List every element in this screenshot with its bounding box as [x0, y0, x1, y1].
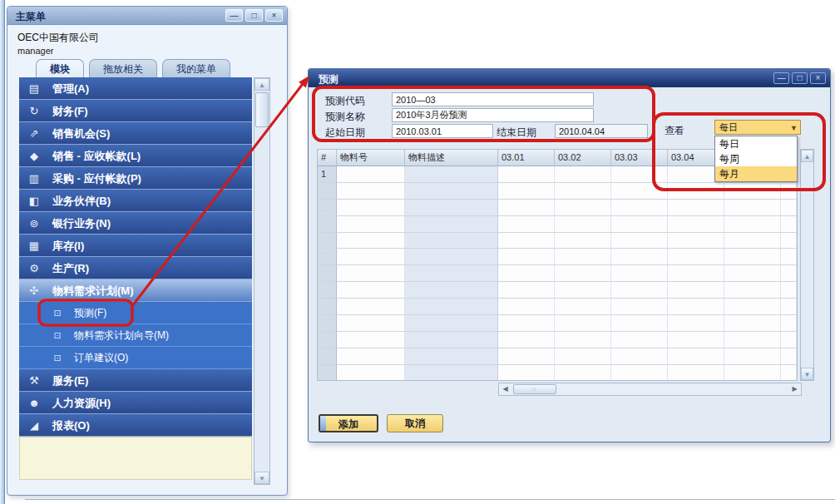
table-header-row-number[interactable]: #: [318, 150, 337, 166]
table-cell[interactable]: [498, 216, 555, 233]
table-cell[interactable]: [668, 249, 724, 265]
table-cell[interactable]: [498, 166, 555, 183]
main-menu-titlebar[interactable]: 主菜单 — □ ×: [7, 7, 287, 25]
menu-item-mrp[interactable]: ✣物料需求计划(M): [19, 279, 252, 302]
view-option-2[interactable]: 每周: [715, 151, 797, 166]
close-icon[interactable]: ×: [265, 9, 283, 22]
menu-scrollbar[interactable]: ▲ ▼: [254, 77, 270, 485]
table-cell[interactable]: [555, 348, 611, 365]
forecast-code-input[interactable]: [392, 92, 594, 106]
table-cell[interactable]: [781, 183, 797, 200]
menu-item-administration[interactable]: ▤管理(A): [19, 77, 252, 100]
table-cell[interactable]: [555, 183, 611, 200]
table-cell[interactable]: [498, 233, 555, 250]
menu-item-production[interactable]: ⚙生产(R): [19, 257, 252, 279]
menu-item-mrp-wizard[interactable]: ⊡物料需求计划向导(M): [19, 324, 252, 347]
forecast-titlebar[interactable]: 预测 — □ ×: [309, 69, 830, 87]
table-cell[interactable]: [405, 216, 498, 233]
table-cell[interactable]: [781, 282, 797, 299]
table-cell[interactable]: [724, 332, 781, 348]
table-cell[interactable]: [611, 233, 668, 250]
table-cell[interactable]: [781, 249, 797, 265]
tab-modules[interactable]: 模块: [36, 59, 84, 78]
table-cell[interactable]: [724, 348, 781, 365]
table-cell[interactable]: [724, 299, 781, 315]
table-cell[interactable]: [611, 315, 668, 332]
table-cell[interactable]: [724, 200, 781, 216]
start-date-input[interactable]: [392, 124, 493, 138]
table-horizontal-scrollbar[interactable]: ◀ ∷ ▶: [498, 383, 802, 396]
table-cell[interactable]: [337, 282, 405, 299]
table-cell[interactable]: [555, 233, 611, 250]
table-cell[interactable]: [337, 315, 405, 332]
table-cell[interactable]: [555, 200, 611, 216]
tab-my-menu[interactable]: 我的菜单: [162, 59, 230, 78]
table-cell[interactable]: [498, 332, 555, 348]
table-cell[interactable]: [337, 166, 405, 183]
table-cell[interactable]: [724, 282, 781, 299]
menu-item-sales-opportunities[interactable]: ⇗销售机会(S): [19, 122, 252, 145]
table-cell[interactable]: [611, 332, 668, 348]
table-cell[interactable]: [781, 233, 797, 250]
table-cell[interactable]: [724, 249, 781, 265]
scroll-left-icon[interactable]: ◀: [499, 383, 511, 395]
table-cell[interactable]: [337, 183, 405, 200]
table-cell[interactable]: [498, 183, 555, 200]
table-cell[interactable]: [611, 216, 668, 233]
table-cell[interactable]: [668, 315, 724, 332]
table-cell[interactable]: [405, 332, 498, 348]
tab-drag-relate[interactable]: 拖放相关: [89, 59, 157, 78]
table-cell[interactable]: [668, 265, 724, 282]
table-cell[interactable]: [498, 249, 555, 265]
minimize-icon[interactable]: —: [225, 9, 243, 22]
menu-item-forecast[interactable]: ⊡预测(F): [19, 302, 252, 324]
row-number-cell[interactable]: [318, 183, 337, 200]
table-cell[interactable]: [611, 249, 668, 265]
table-cell[interactable]: [668, 233, 724, 250]
table-cell[interactable]: [337, 200, 405, 216]
table-cell[interactable]: [611, 166, 668, 183]
table-header-03.02[interactable]: 03.02: [555, 150, 611, 166]
table-cell[interactable]: [555, 299, 611, 315]
table-cell[interactable]: [668, 299, 724, 315]
menu-scrollbar-thumb[interactable]: [255, 92, 269, 127]
table-cell[interactable]: [405, 200, 498, 216]
table-cell[interactable]: [668, 183, 724, 200]
row-number-cell[interactable]: [318, 299, 337, 315]
table-cell[interactable]: [611, 200, 668, 216]
table-cell[interactable]: [405, 365, 498, 381]
table-cell[interactable]: [555, 265, 611, 282]
forecast-name-input[interactable]: [392, 108, 594, 122]
row-number-cell[interactable]: [318, 233, 337, 250]
table-cell[interactable]: [724, 183, 781, 200]
table-cell[interactable]: [724, 216, 781, 233]
add-button[interactable]: 添加: [319, 414, 378, 432]
table-cell[interactable]: [405, 166, 498, 183]
row-number-cell[interactable]: 1: [318, 166, 337, 183]
table-cell[interactable]: [337, 332, 405, 348]
table-cell[interactable]: [498, 365, 555, 381]
row-number-cell[interactable]: [318, 265, 337, 282]
close-icon[interactable]: ×: [810, 72, 826, 84]
table-cell[interactable]: [781, 315, 797, 332]
table-cell[interactable]: [337, 216, 405, 233]
menu-item-purchasing-ap[interactable]: ▥采购 - 应付帐款(P): [19, 167, 252, 190]
menu-item-human-resources[interactable]: ☻人力资源(H): [19, 392, 252, 414]
table-cell[interactable]: [555, 216, 611, 233]
table-cell[interactable]: [555, 315, 611, 332]
table-cell[interactable]: [498, 299, 555, 315]
table-cell[interactable]: [337, 299, 405, 315]
menu-item-financials[interactable]: ↻财务(F): [19, 100, 252, 122]
table-cell[interactable]: [405, 282, 498, 299]
table-cell[interactable]: [724, 315, 781, 332]
table-cell[interactable]: [781, 365, 797, 381]
table-cell[interactable]: [781, 216, 797, 233]
maximize-icon[interactable]: □: [245, 9, 263, 22]
table-cell[interactable]: [555, 166, 611, 183]
table-cell[interactable]: [781, 299, 797, 315]
table-cell[interactable]: [405, 183, 498, 200]
table-cell[interactable]: [555, 365, 611, 381]
row-number-cell[interactable]: [318, 348, 337, 365]
row-number-cell[interactable]: [318, 282, 337, 299]
table-cell[interactable]: [555, 332, 611, 348]
